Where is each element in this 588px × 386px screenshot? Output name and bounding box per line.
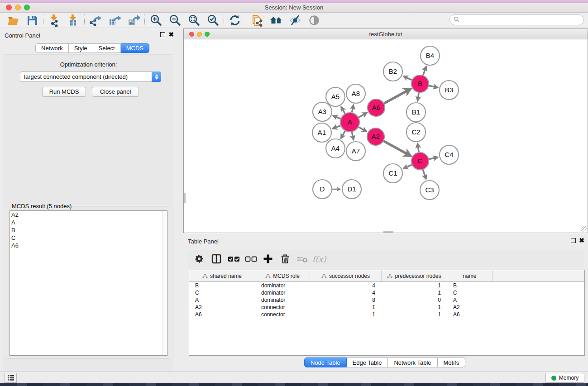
cell-name[interactable]: B xyxy=(447,282,492,289)
minimize-window-button[interactable] xyxy=(15,5,21,10)
zoom-in-icon[interactable] xyxy=(146,14,165,27)
network-node-C1[interactable]: C1 xyxy=(383,164,402,183)
cell-successor-nodes[interactable]: 8 xyxy=(310,296,382,304)
cell-predecessor-nodes[interactable]: 0 xyxy=(382,296,447,304)
network-node-B2[interactable]: B2 xyxy=(383,62,402,81)
column-header-MCDS-role[interactable]: MCDS role xyxy=(255,270,310,281)
open-session-icon[interactable] xyxy=(4,14,23,27)
horizontal-scroll-hint[interactable] xyxy=(383,231,393,233)
network-maximize-button[interactable] xyxy=(205,32,210,37)
unselect-all-columns-icon[interactable] xyxy=(242,252,259,266)
home-icon[interactable] xyxy=(267,14,286,27)
cell-successor-nodes[interactable]: 1 xyxy=(310,311,382,318)
network-node-B1[interactable]: B1 xyxy=(406,103,425,122)
column-layout-icon[interactable] xyxy=(208,252,225,266)
table-row[interactable]: Adominator80A xyxy=(189,296,584,304)
select-all-columns-icon[interactable] xyxy=(225,252,242,266)
result-item[interactable]: A xyxy=(10,219,167,226)
network-node-C4[interactable]: C4 xyxy=(440,145,459,164)
network-close-button[interactable] xyxy=(189,32,194,37)
zoom-out-icon[interactable] xyxy=(165,14,184,27)
table-row[interactable]: A6connector11A6 xyxy=(189,311,584,318)
network-node-B[interactable]: B xyxy=(411,75,429,92)
preview-icon[interactable] xyxy=(305,14,324,27)
zoom-fit-icon[interactable] xyxy=(184,14,203,27)
table-row[interactable]: A2connector11A2 xyxy=(189,304,584,311)
network-node-A5[interactable]: A5 xyxy=(326,87,345,106)
settings-gear-icon[interactable] xyxy=(191,252,208,266)
cell-name[interactable]: A2 xyxy=(447,304,492,311)
tab-edge-table[interactable]: Edge Table xyxy=(347,357,388,367)
network-node-A7[interactable]: A7 xyxy=(346,142,365,161)
close-panel-button[interactable]: Close panel xyxy=(92,87,139,97)
column-header-predecessor-nodes[interactable]: predecessor nodes xyxy=(382,270,447,281)
import-network-icon[interactable] xyxy=(45,14,64,27)
export-table-icon[interactable] xyxy=(105,14,124,27)
cell-shared-name[interactable]: A2 xyxy=(189,304,255,311)
export-image-icon[interactable] xyxy=(124,14,143,27)
cell-MCDS-role[interactable]: connector xyxy=(255,304,310,311)
network-node-C[interactable]: C xyxy=(411,152,429,170)
tab-network-table[interactable]: Network Table xyxy=(388,357,437,367)
close-panel-icon[interactable]: ✖ xyxy=(168,32,174,37)
column-header-successor-nodes[interactable]: successor nodes xyxy=(310,270,382,281)
result-item[interactable]: B xyxy=(10,226,167,234)
float-panel-icon[interactable] xyxy=(160,32,165,37)
network-node-C2[interactable]: C2 xyxy=(406,123,425,142)
vertical-scroll-hint[interactable] xyxy=(184,193,186,203)
column-header-shared-name[interactable]: shared name xyxy=(189,270,255,281)
network-node-B3[interactable]: B3 xyxy=(440,81,459,100)
tab-network[interactable]: Network xyxy=(35,43,69,53)
result-list-scrollbar[interactable] xyxy=(162,211,167,355)
delete-column-icon[interactable] xyxy=(277,252,294,266)
column-header-name[interactable]: name xyxy=(447,270,492,281)
cell-shared-name[interactable]: B xyxy=(189,282,255,289)
network-canvas[interactable]: AA1A2A3A4A5A6A7A8BB1B2B3B4CC1C2C3C4DD1 xyxy=(184,40,588,233)
export-network-icon[interactable] xyxy=(86,14,105,27)
table-row[interactable]: Cdominator41C xyxy=(189,289,584,296)
tab-style[interactable]: Style xyxy=(69,43,93,53)
cell-MCDS-role[interactable]: dominator xyxy=(255,289,310,296)
cell-name[interactable]: C xyxy=(447,289,492,296)
cell-predecessor-nodes[interactable]: 1 xyxy=(382,304,447,311)
float-table-panel-icon[interactable] xyxy=(571,238,576,243)
network-minimize-button[interactable] xyxy=(197,32,202,37)
search-box[interactable] xyxy=(449,14,584,25)
network-node-A[interactable]: A xyxy=(340,113,359,132)
network-node-A6[interactable]: A6 xyxy=(368,99,385,116)
cell-predecessor-nodes[interactable]: 1 xyxy=(382,289,447,296)
tab-mcds[interactable]: MCDS xyxy=(121,43,149,53)
zoom-selected-icon[interactable] xyxy=(203,14,222,27)
tab-select[interactable]: Select xyxy=(93,43,121,53)
add-column-icon[interactable] xyxy=(259,252,277,266)
run-mcds-button[interactable]: Run MCDS xyxy=(42,87,86,97)
network-window-titlebar[interactable]: testGlobe.txt xyxy=(184,29,588,39)
cell-shared-name[interactable]: C xyxy=(189,289,255,296)
cell-successor-nodes[interactable]: 1 xyxy=(310,304,382,311)
result-item[interactable]: A2 xyxy=(10,211,167,219)
import-table-icon[interactable] xyxy=(64,14,83,27)
network-node-A4[interactable]: A4 xyxy=(326,139,345,158)
cell-shared-name[interactable]: A xyxy=(189,296,255,304)
network-node-C3[interactable]: C3 xyxy=(420,181,439,200)
save-session-icon[interactable] xyxy=(23,14,42,27)
maximize-window-button[interactable] xyxy=(24,5,30,10)
cell-MCDS-role[interactable]: connector xyxy=(255,311,310,318)
close-table-panel-icon[interactable]: ✖ xyxy=(579,238,584,243)
hide-panel-icon[interactable] xyxy=(286,14,305,27)
result-item[interactable]: A6 xyxy=(10,242,167,249)
tab-motifs[interactable]: Motifs xyxy=(438,357,466,367)
clone-network-icon[interactable] xyxy=(248,14,267,27)
table-row[interactable]: Bdominator41B xyxy=(189,282,584,289)
network-node-A2[interactable]: A2 xyxy=(367,128,384,145)
refresh-icon[interactable] xyxy=(225,14,244,27)
cell-shared-name[interactable]: A6 xyxy=(189,311,255,318)
resize-grip[interactable] xyxy=(581,226,587,232)
task-history-button[interactable] xyxy=(5,373,17,383)
network-node-D[interactable]: D xyxy=(313,180,332,199)
cell-predecessor-nodes[interactable]: 1 xyxy=(382,311,447,318)
network-node-A3[interactable]: A3 xyxy=(313,102,332,121)
search-input[interactable] xyxy=(462,17,580,23)
cell-MCDS-role[interactable]: dominator xyxy=(255,296,310,304)
cell-successor-nodes[interactable]: 4 xyxy=(310,282,382,289)
